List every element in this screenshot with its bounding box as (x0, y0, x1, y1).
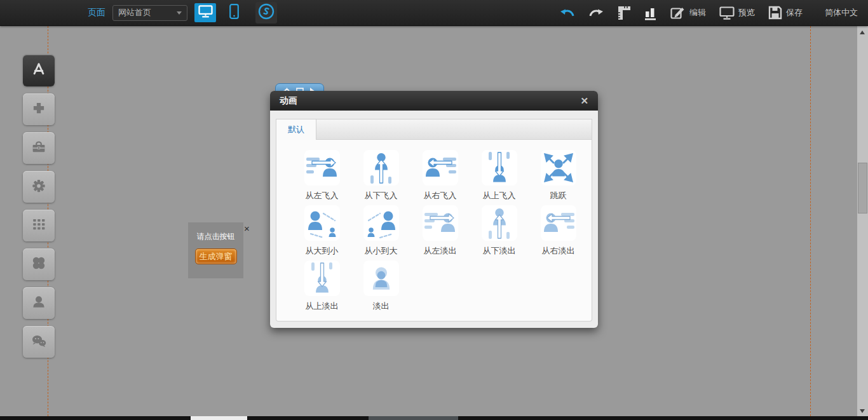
link-icon (258, 3, 275, 22)
ruler-icon[interactable] (617, 5, 631, 20)
popup-widget[interactable]: 请点击按钮 生成弹窗 (188, 222, 243, 278)
link-button[interactable] (255, 2, 277, 24)
jump-icon (541, 150, 576, 186)
animation-grid: 从左飞入从下飞入从右飞入从上飞入跳跃从大到小从小到大从左淡出从下淡出从右淡出从上… (276, 140, 592, 322)
animation-dialog: 动画 ✕ 默认 从左飞入从下飞入从右飞入从上飞入跳跃从大到小从小到大从左淡出从下… (270, 91, 598, 328)
animation-label: 从右飞入 (424, 190, 457, 201)
popup-widget-close-icon[interactable]: × (244, 224, 250, 233)
sidebar-item-toolbox[interactable] (23, 132, 55, 164)
fly-top-icon (482, 150, 517, 186)
animation-item-fly-left[interactable]: 从左飞入 (292, 150, 351, 201)
dialog-body: 默认 从左飞入从下飞入从右飞入从上飞入跳跃从大到小从小到大从左淡出从下淡出从右淡… (270, 111, 598, 328)
animation-item-fly-top[interactable]: 从上飞入 (470, 150, 529, 201)
tab-default[interactable]: 默认 (276, 119, 316, 140)
fade-right-icon (541, 205, 576, 241)
preview-label: 预览 (738, 7, 755, 18)
popup-widget-text: 请点击按钮 (188, 231, 243, 242)
fade-icon (363, 261, 399, 296)
left-toolbar (23, 55, 55, 365)
animation-item-fade-right[interactable]: 从右淡出 (529, 205, 588, 257)
fade-bottom-icon (482, 205, 517, 241)
animation-item-fade[interactable]: 淡出 (351, 261, 410, 312)
bottom-edge-segment (191, 416, 247, 420)
animation-label: 从大到小 (306, 245, 339, 257)
edit-icon (670, 6, 686, 20)
app-window: 请点击按钮 生成弹窗 × 页面 网站首页 (0, 0, 868, 420)
animation-item-fade-left[interactable]: 从左淡出 (410, 205, 470, 257)
bottom-edge-strip (0, 416, 868, 420)
dialog-tabbar: 默认 (276, 119, 592, 140)
animation-label: 淡出 (373, 301, 390, 312)
page-dropdown[interactable]: 网站首页 (112, 5, 187, 21)
animation-item-jump[interactable]: 跳跃 (529, 150, 588, 201)
animation-label: 从下飞入 (365, 190, 398, 201)
animation-label: 从左飞入 (306, 190, 339, 201)
gear-icon (29, 176, 48, 198)
animation-item-fade-top[interactable]: 从上淡出 (292, 261, 351, 312)
stats-icon[interactable] (644, 6, 657, 20)
animation-label: 从右淡出 (542, 245, 575, 257)
sidebar-item-wechat[interactable] (23, 326, 55, 358)
sidebar-item-design[interactable] (23, 55, 55, 86)
page-dropdown-value: 网站首页 (118, 7, 151, 18)
sidebar-item-settings[interactable] (23, 171, 55, 203)
save-button[interactable]: 保存 (768, 6, 803, 20)
grid-icon (29, 215, 48, 236)
fade-left-icon (423, 205, 458, 241)
scrollbar-thumb[interactable] (858, 163, 867, 213)
small-to-big-icon (363, 205, 399, 241)
scroll-up-icon[interactable] (860, 30, 865, 34)
animation-label: 从左淡出 (424, 245, 457, 257)
animation-label: 跳跃 (550, 190, 567, 201)
page-label: 页面 (88, 7, 105, 18)
animation-item-fly-right[interactable]: 从右飞入 (410, 150, 470, 201)
fly-right-icon (423, 150, 458, 186)
mobile-icon (229, 4, 239, 22)
bottom-edge-segment (369, 416, 458, 420)
sidebar-item-user[interactable] (23, 287, 55, 319)
page-guide-right (810, 26, 811, 416)
fly-bottom-icon (363, 150, 399, 186)
redo-icon[interactable] (588, 8, 604, 18)
desktop-view-button[interactable] (194, 3, 216, 22)
tabbar-filler (316, 119, 592, 140)
wechat-icon (29, 331, 48, 353)
mobile-view-button[interactable] (223, 3, 245, 22)
preview-monitor-icon (719, 6, 735, 20)
vertical-scrollbar[interactable] (857, 26, 868, 420)
animation-label: 从上飞入 (483, 190, 516, 201)
animation-item-small-to-big[interactable]: 从小到大 (351, 205, 410, 257)
animation-item-fade-bottom[interactable]: 从下淡出 (470, 205, 529, 257)
animation-label: 从上淡出 (306, 301, 339, 312)
user-icon (29, 292, 48, 314)
sidebar-item-modules[interactable] (23, 210, 55, 241)
plus-icon (29, 98, 48, 120)
big-to-small-icon (304, 205, 340, 241)
animation-label: 从小到大 (365, 245, 398, 257)
scroll-down-icon[interactable] (860, 409, 865, 413)
dialog-header[interactable]: 动画 ✕ (270, 91, 598, 111)
sidebar-item-apps[interactable] (23, 248, 55, 280)
animation-label: 从下淡出 (483, 245, 516, 257)
language-selector[interactable]: 简体中文 (825, 7, 858, 18)
top-toolbar: 页面 网站首页 编辑 (0, 0, 868, 26)
fade-top-icon (304, 261, 340, 296)
save-icon (768, 6, 782, 20)
generate-popup-button[interactable]: 生成弹窗 (195, 248, 237, 264)
close-icon[interactable]: ✕ (580, 95, 588, 107)
design-tools-icon (29, 60, 48, 81)
fly-left-icon (304, 150, 340, 186)
clover-icon (29, 254, 48, 275)
undo-icon[interactable] (560, 8, 575, 18)
sidebar-item-add[interactable] (23, 93, 55, 125)
preview-button[interactable]: 预览 (719, 6, 755, 20)
toolbox-icon (29, 137, 48, 159)
save-label: 保存 (786, 7, 803, 18)
chevron-down-icon (177, 11, 182, 15)
dialog-title: 动画 (280, 95, 297, 107)
edit-button[interactable]: 编辑 (670, 6, 706, 20)
animation-item-fly-bottom[interactable]: 从下飞入 (351, 150, 410, 201)
edit-label: 编辑 (689, 7, 706, 18)
animation-item-big-to-small[interactable]: 从大到小 (292, 205, 351, 257)
desktop-icon (198, 5, 213, 20)
